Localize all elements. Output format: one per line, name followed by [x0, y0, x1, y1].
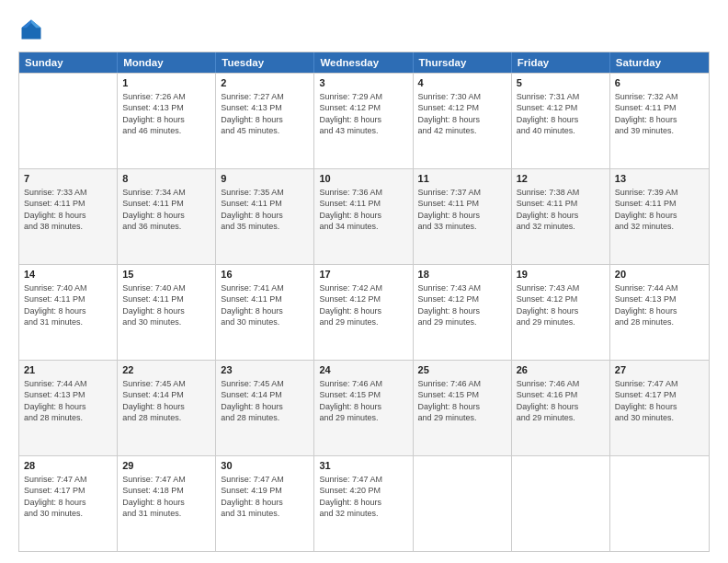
calendar-cell: 5Sunrise: 7:31 AMSunset: 4:12 PMDaylight…: [512, 74, 610, 168]
calendar-cell: 8Sunrise: 7:34 AMSunset: 4:11 PMDaylight…: [118, 169, 216, 264]
header-day-sunday: Sunday: [19, 52, 118, 73]
day-info: Sunrise: 7:46 AMSunset: 4:15 PMDaylight:…: [418, 379, 482, 422]
day-number: 31: [319, 459, 407, 473]
calendar-cell: 27Sunrise: 7:47 AMSunset: 4:17 PMDayligh…: [610, 361, 709, 455]
calendar-cell: 28Sunrise: 7:47 AMSunset: 4:17 PMDayligh…: [19, 456, 118, 551]
day-number: 20: [615, 268, 704, 282]
day-number: 23: [221, 363, 309, 377]
calendar-cell: 12Sunrise: 7:38 AMSunset: 4:11 PMDayligh…: [512, 169, 610, 264]
calendar-cell: 9Sunrise: 7:35 AMSunset: 4:11 PMDaylight…: [216, 169, 314, 264]
calendar-row-4: 21Sunrise: 7:44 AMSunset: 4:13 PMDayligh…: [19, 360, 709, 455]
day-number: 25: [418, 363, 506, 377]
calendar-row-5: 28Sunrise: 7:47 AMSunset: 4:17 PMDayligh…: [19, 455, 709, 551]
day-number: 6: [615, 76, 704, 90]
day-info: Sunrise: 7:38 AMSunset: 4:11 PMDaylight:…: [517, 188, 580, 231]
header-day-friday: Friday: [512, 52, 610, 73]
calendar-cell: [414, 456, 512, 551]
day-number: 1: [122, 76, 210, 90]
calendar-cell: 4Sunrise: 7:30 AMSunset: 4:12 PMDaylight…: [414, 74, 512, 168]
day-number: 22: [122, 363, 210, 377]
day-info: Sunrise: 7:46 AMSunset: 4:16 PMDaylight:…: [517, 379, 580, 422]
header-day-tuesday: Tuesday: [216, 52, 314, 73]
calendar-cell: 31Sunrise: 7:47 AMSunset: 4:20 PMDayligh…: [314, 456, 413, 551]
day-info: Sunrise: 7:34 AMSunset: 4:11 PMDaylight:…: [122, 188, 186, 231]
calendar-cell: 13Sunrise: 7:39 AMSunset: 4:11 PMDayligh…: [610, 169, 709, 264]
calendar-cell: 22Sunrise: 7:45 AMSunset: 4:14 PMDayligh…: [118, 361, 216, 455]
calendar-cell: 1Sunrise: 7:26 AMSunset: 4:13 PMDaylight…: [118, 74, 216, 168]
calendar-cell: 19Sunrise: 7:43 AMSunset: 4:12 PMDayligh…: [512, 265, 610, 360]
day-number: 14: [24, 268, 112, 282]
day-number: 4: [418, 76, 506, 90]
day-number: 11: [418, 172, 506, 186]
day-info: Sunrise: 7:47 AMSunset: 4:17 PMDaylight:…: [24, 475, 87, 518]
calendar-cell: 2Sunrise: 7:27 AMSunset: 4:13 PMDaylight…: [216, 74, 314, 168]
day-number: 5: [517, 76, 605, 90]
day-number: 13: [615, 172, 704, 186]
logo-icon: [18, 17, 44, 42]
day-number: 10: [319, 172, 407, 186]
day-info: Sunrise: 7:47 AMSunset: 4:20 PMDaylight:…: [319, 475, 382, 518]
day-number: 24: [319, 363, 407, 377]
day-info: Sunrise: 7:31 AMSunset: 4:12 PMDaylight:…: [517, 92, 580, 135]
day-number: 7: [24, 172, 112, 186]
day-info: Sunrise: 7:45 AMSunset: 4:14 PMDaylight:…: [122, 379, 186, 422]
day-info: Sunrise: 7:40 AMSunset: 4:11 PMDaylight:…: [24, 283, 87, 327]
day-info: Sunrise: 7:47 AMSunset: 4:19 PMDaylight:…: [221, 475, 284, 518]
calendar-cell: 15Sunrise: 7:40 AMSunset: 4:11 PMDayligh…: [118, 265, 216, 360]
header-day-monday: Monday: [118, 52, 216, 73]
logo: [18, 17, 48, 42]
day-info: Sunrise: 7:40 AMSunset: 4:11 PMDaylight:…: [122, 283, 186, 327]
day-info: Sunrise: 7:43 AMSunset: 4:12 PMDaylight:…: [517, 283, 580, 327]
calendar-row-3: 14Sunrise: 7:40 AMSunset: 4:11 PMDayligh…: [19, 264, 709, 360]
day-info: Sunrise: 7:29 AMSunset: 4:12 PMDaylight:…: [319, 92, 382, 135]
day-info: Sunrise: 7:41 AMSunset: 4:11 PMDaylight:…: [221, 283, 284, 327]
day-info: Sunrise: 7:42 AMSunset: 4:12 PMDaylight:…: [319, 283, 382, 327]
day-number: 15: [122, 268, 210, 282]
day-number: 29: [122, 459, 210, 473]
day-number: 28: [24, 459, 112, 473]
calendar-header-row: SundayMondayTuesdayWednesdayThursdayFrid…: [19, 52, 709, 73]
day-number: 2: [221, 76, 309, 90]
calendar-cell: 17Sunrise: 7:42 AMSunset: 4:12 PMDayligh…: [314, 265, 413, 360]
day-number: 9: [221, 172, 309, 186]
calendar: SundayMondayTuesdayWednesdayThursdayFrid…: [18, 52, 710, 552]
calendar-cell: [512, 456, 610, 551]
header: [18, 17, 710, 42]
calendar-cell: 24Sunrise: 7:46 AMSunset: 4:15 PMDayligh…: [314, 361, 413, 455]
day-number: 26: [517, 363, 605, 377]
calendar-cell: 3Sunrise: 7:29 AMSunset: 4:12 PMDaylight…: [314, 74, 413, 168]
day-info: Sunrise: 7:45 AMSunset: 4:14 PMDaylight:…: [221, 379, 284, 422]
day-number: 8: [122, 172, 210, 186]
calendar-cell: 18Sunrise: 7:43 AMSunset: 4:12 PMDayligh…: [414, 265, 512, 360]
day-info: Sunrise: 7:39 AMSunset: 4:11 PMDaylight:…: [615, 188, 678, 231]
calendar-cell: 7Sunrise: 7:33 AMSunset: 4:11 PMDaylight…: [19, 169, 118, 264]
calendar-cell: 10Sunrise: 7:36 AMSunset: 4:11 PMDayligh…: [314, 169, 413, 264]
header-day-thursday: Thursday: [414, 52, 512, 73]
calendar-cell: 6Sunrise: 7:32 AMSunset: 4:11 PMDaylight…: [610, 74, 709, 168]
calendar-cell: 20Sunrise: 7:44 AMSunset: 4:13 PMDayligh…: [610, 265, 709, 360]
day-info: Sunrise: 7:30 AMSunset: 4:12 PMDaylight:…: [418, 92, 482, 135]
day-info: Sunrise: 7:43 AMSunset: 4:12 PMDaylight:…: [418, 283, 482, 327]
calendar-cell: 30Sunrise: 7:47 AMSunset: 4:19 PMDayligh…: [216, 456, 314, 551]
day-number: 17: [319, 268, 407, 282]
calendar-cell: 14Sunrise: 7:40 AMSunset: 4:11 PMDayligh…: [19, 265, 118, 360]
day-number: 16: [221, 268, 309, 282]
day-info: Sunrise: 7:44 AMSunset: 4:13 PMDaylight:…: [24, 379, 87, 422]
calendar-cell: [19, 74, 118, 168]
calendar-row-1: 1Sunrise: 7:26 AMSunset: 4:13 PMDaylight…: [19, 73, 709, 168]
calendar-cell: 25Sunrise: 7:46 AMSunset: 4:15 PMDayligh…: [414, 361, 512, 455]
calendar-cell: 29Sunrise: 7:47 AMSunset: 4:18 PMDayligh…: [118, 456, 216, 551]
calendar-cell: 21Sunrise: 7:44 AMSunset: 4:13 PMDayligh…: [19, 361, 118, 455]
day-number: 12: [517, 172, 605, 186]
day-info: Sunrise: 7:35 AMSunset: 4:11 PMDaylight:…: [221, 188, 284, 231]
day-number: 18: [418, 268, 506, 282]
day-info: Sunrise: 7:26 AMSunset: 4:13 PMDaylight:…: [122, 92, 186, 135]
day-info: Sunrise: 7:47 AMSunset: 4:17 PMDaylight:…: [615, 379, 678, 422]
day-info: Sunrise: 7:44 AMSunset: 4:13 PMDaylight:…: [615, 283, 678, 327]
day-info: Sunrise: 7:46 AMSunset: 4:15 PMDaylight:…: [319, 379, 382, 422]
day-info: Sunrise: 7:32 AMSunset: 4:11 PMDaylight:…: [615, 92, 678, 135]
day-number: 3: [319, 76, 407, 90]
calendar-cell: 11Sunrise: 7:37 AMSunset: 4:11 PMDayligh…: [414, 169, 512, 264]
calendar-cell: [610, 456, 709, 551]
day-number: 21: [24, 363, 112, 377]
